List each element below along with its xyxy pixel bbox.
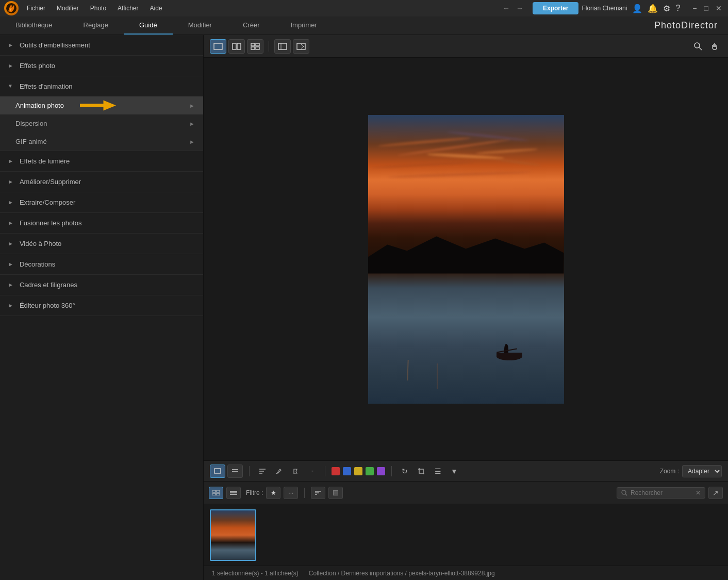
search-icon-btn[interactable] xyxy=(691,39,705,54)
svg-rect-7 xyxy=(256,47,259,49)
view-grid-btn[interactable] xyxy=(247,39,263,54)
chevron-right-icon: ► xyxy=(189,103,195,109)
edit-icon-btn[interactable] xyxy=(272,465,286,478)
minimize-button[interactable]: − xyxy=(690,4,699,12)
view-single-btn[interactable] xyxy=(210,39,226,54)
tab-reglage[interactable]: Réglage xyxy=(68,16,124,35)
single-view-btn[interactable] xyxy=(210,465,225,478)
tab-guide[interactable]: Guidé xyxy=(124,16,173,35)
section-header-cadres[interactable]: ► Cadres et filigranes xyxy=(0,275,203,295)
sep xyxy=(304,488,305,498)
view-fullscreen-btn[interactable] xyxy=(274,39,291,54)
close-button[interactable]: ✕ xyxy=(714,4,724,12)
export-button[interactable]: Exporter xyxy=(533,2,578,14)
section-label-fusionner: Fusionner les photos xyxy=(20,219,82,227)
section-header-outils[interactable]: ► Outils d'embellissement xyxy=(0,35,203,55)
section-header-ameliorer[interactable]: ► Améliorer/Supprimer xyxy=(0,172,203,192)
sort-icon-btn[interactable] xyxy=(256,465,269,478)
status-selected: 1 sélectionnée(s) - 1 affichée(s) xyxy=(212,570,299,577)
sidebar-item-gif-anime[interactable]: GIF animé ► xyxy=(0,132,203,151)
chevron-right-icon: ► xyxy=(189,139,195,145)
help-icon[interactable]: ? xyxy=(675,4,680,13)
export-filmstrip-btn[interactable]: ↗ xyxy=(708,487,723,499)
zoom-select[interactable]: Adapter 25% 50% 75% 100% 150% 200% xyxy=(682,465,722,477)
color-red[interactable] xyxy=(332,467,340,475)
color-yellow[interactable] xyxy=(354,467,362,475)
chevron-icon: ► xyxy=(8,241,13,246)
menu-afficher[interactable]: Afficher xyxy=(112,3,143,14)
tab-creer[interactable]: Créer xyxy=(227,16,275,35)
color-blue[interactable] xyxy=(343,467,351,475)
maximize-button[interactable]: □ xyxy=(702,4,710,12)
menu-photo[interactable]: Photo xyxy=(85,3,111,14)
notifications-icon[interactable]: 🔔 xyxy=(648,4,658,13)
section-decorations: ► Décorations xyxy=(0,254,203,275)
menu-fichier[interactable]: Fichier xyxy=(22,3,51,14)
sidebar-item-dispersion[interactable]: Dispersion ► xyxy=(0,114,203,132)
tab-imprimer[interactable]: Imprimer xyxy=(275,16,332,35)
sub-items-animation: Animation photo ► Dispersion ► GIF animé… xyxy=(0,96,203,151)
color-purple[interactable] xyxy=(377,467,385,475)
search-input[interactable] xyxy=(631,489,692,496)
filter-star-btn[interactable]: ★ xyxy=(266,487,280,499)
color-green[interactable] xyxy=(366,467,374,475)
menu-aide[interactable]: Aide xyxy=(145,3,168,14)
sort-btn[interactable] xyxy=(311,487,325,499)
section-header-video-photo[interactable]: ► Vidéo à Photo xyxy=(0,234,203,254)
water-layer xyxy=(368,259,564,404)
section-header-effets-animation[interactable]: ► Effets d'animation xyxy=(0,76,203,96)
section-label-effets-lumiere: Effets de lumière xyxy=(20,157,70,165)
color-filter-btn[interactable] xyxy=(328,487,343,499)
filmstrip-bar: Filtre : ★ ··· ✕ ↗ xyxy=(204,481,728,504)
boat-shape xyxy=(497,353,522,360)
svg-rect-21 xyxy=(217,490,220,492)
dispersion-label: Dispersion xyxy=(15,120,47,127)
section-header-fusionner[interactable]: ► Fusionner les photos xyxy=(0,213,203,233)
svg-line-12 xyxy=(699,47,702,50)
settings-icon[interactable]: ⚙ xyxy=(663,4,670,13)
search-clear-btn[interactable]: ✕ xyxy=(696,489,701,496)
chevron-icon: ► xyxy=(8,261,13,267)
nav-forward[interactable]: → xyxy=(514,3,525,13)
flag-icon-btn[interactable] xyxy=(289,465,302,478)
crop-icon-btn[interactable] xyxy=(415,465,428,478)
gif-anime-label: GIF animé xyxy=(15,138,47,145)
nav-back[interactable]: ← xyxy=(501,3,512,13)
sidebar: ► Outils d'embellissement ► Effets photo… xyxy=(0,35,204,580)
view-compare-btn[interactable] xyxy=(293,39,309,54)
chevron-icon: ► xyxy=(8,282,13,288)
animation-photo-label: Animation photo xyxy=(15,102,64,109)
menu-modifier[interactable]: Modifier xyxy=(52,3,84,14)
section-header-decorations[interactable]: ► Décorations xyxy=(0,254,203,274)
menu-icon-btn[interactable]: ☰ xyxy=(431,465,444,478)
user-name: Florian Chemani xyxy=(582,5,627,12)
svg-rect-23 xyxy=(217,493,220,495)
tab-bibliotheque[interactable]: Bibliothèque xyxy=(0,16,68,35)
section-header-extraire[interactable]: ► Extraire/Composer xyxy=(0,192,203,212)
zoom-label: Zoom : xyxy=(660,468,679,475)
svg-rect-8 xyxy=(278,43,287,49)
list-view-btn[interactable] xyxy=(227,465,243,478)
section-header-effets-photo[interactable]: ► Effets photo xyxy=(0,56,203,76)
section-header-effets-lumiere[interactable]: ► Effets de lumière xyxy=(0,151,203,171)
hand-icon-btn[interactable] xyxy=(707,39,722,54)
rotate-icon-btn[interactable]: ↻ xyxy=(398,465,411,478)
filmstrip-list-btn[interactable] xyxy=(226,487,241,499)
main-photo xyxy=(368,115,564,404)
toolbar-separator xyxy=(269,41,269,52)
svg-rect-13 xyxy=(214,469,221,473)
filmstrip-grid-btn[interactable] xyxy=(209,487,223,499)
dots-icon-btn[interactable]: ··· xyxy=(305,465,319,478)
filter-more-btn[interactable]: ··· xyxy=(284,487,298,499)
tab-modifier[interactable]: Modifier xyxy=(173,16,227,35)
view-sidebyside-btn[interactable] xyxy=(228,39,245,54)
film-thumb-1[interactable] xyxy=(210,509,256,561)
dropdown-icon-btn[interactable]: ▼ xyxy=(448,465,461,478)
status-path: Collection / Dernières importations / pe… xyxy=(309,570,495,577)
sidebar-item-animation-photo[interactable]: Animation photo ► xyxy=(0,96,203,114)
svg-rect-4 xyxy=(251,43,255,46)
chevron-icon: ► xyxy=(8,200,13,205)
section-header-editeur-360[interactable]: ► Éditeur photo 360° xyxy=(0,295,203,316)
filmstrip xyxy=(204,504,728,566)
section-fusionner: ► Fusionner les photos xyxy=(0,213,203,234)
